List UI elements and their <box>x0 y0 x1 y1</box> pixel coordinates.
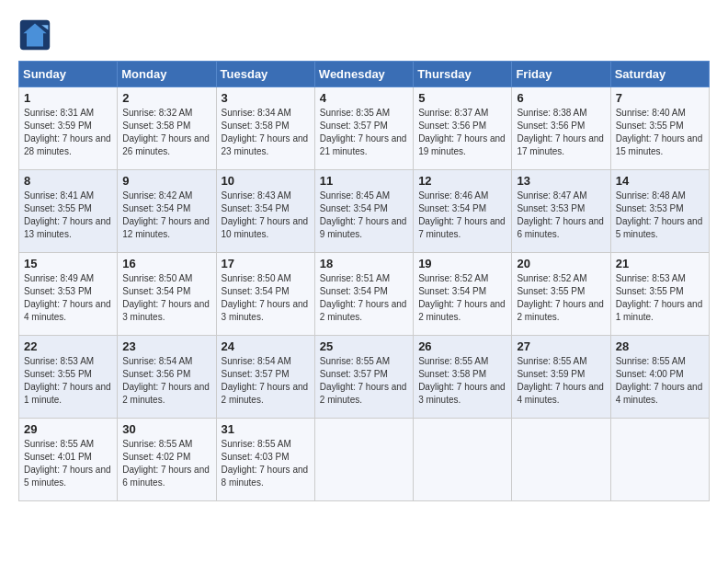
logo <box>18 18 57 52</box>
day-number: 18 <box>320 257 408 270</box>
day-info: Sunrise: 8:38 AMSunset: 3:56 PMDaylight:… <box>517 107 605 158</box>
day-number: 10 <box>222 174 310 188</box>
day-header-wednesday: Wednesday <box>314 62 413 87</box>
calendar-cell: 5Sunrise: 8:37 AMSunset: 3:56 PMDaylight… <box>414 87 512 170</box>
day-number: 9 <box>122 174 210 188</box>
calendar-cell: 1Sunrise: 8:31 AMSunset: 3:59 PMDaylight… <box>19 87 118 170</box>
day-number: 5 <box>418 91 506 105</box>
day-info: Sunrise: 8:47 AMSunset: 3:53 PMDaylight:… <box>517 190 605 241</box>
day-info: Sunrise: 8:52 AMSunset: 3:54 PMDaylight:… <box>418 272 506 324</box>
day-info: Sunrise: 8:32 AMSunset: 3:58 PMDaylight:… <box>122 107 210 158</box>
day-number: 1 <box>24 91 112 105</box>
day-number: 3 <box>222 91 310 105</box>
day-number: 12 <box>418 174 506 188</box>
calendar-cell: 10Sunrise: 8:43 AMSunset: 3:54 PMDayligh… <box>216 170 314 253</box>
calendar-cell: 17Sunrise: 8:50 AMSunset: 3:54 PMDayligh… <box>216 253 314 336</box>
calendar-cell: 22Sunrise: 8:53 AMSunset: 3:55 PMDayligh… <box>19 336 118 419</box>
day-number: 2 <box>122 91 210 105</box>
calendar-body: 1Sunrise: 8:31 AMSunset: 3:59 PMDaylight… <box>19 87 710 501</box>
day-info: Sunrise: 8:55 AMSunset: 3:57 PMDaylight:… <box>320 355 408 407</box>
calendar-cell: 9Sunrise: 8:42 AMSunset: 3:54 PMDaylight… <box>118 170 216 253</box>
day-number: 13 <box>517 174 605 188</box>
day-info: Sunrise: 8:54 AMSunset: 3:57 PMDaylight:… <box>222 355 310 407</box>
calendar-cell: 14Sunrise: 8:48 AMSunset: 3:53 PMDayligh… <box>610 170 709 253</box>
calendar-cell <box>414 419 512 501</box>
calendar-cell: 13Sunrise: 8:47 AMSunset: 3:53 PMDayligh… <box>512 170 610 253</box>
day-number: 20 <box>517 257 605 270</box>
calendar-cell: 23Sunrise: 8:54 AMSunset: 3:56 PMDayligh… <box>118 336 216 419</box>
day-info: Sunrise: 8:42 AMSunset: 3:54 PMDaylight:… <box>122 190 210 241</box>
calendar-cell: 19Sunrise: 8:52 AMSunset: 3:54 PMDayligh… <box>414 253 512 336</box>
day-info: Sunrise: 8:55 AMSunset: 4:00 PMDaylight:… <box>616 355 704 407</box>
calendar-cell: 20Sunrise: 8:52 AMSunset: 3:55 PMDayligh… <box>512 253 610 336</box>
day-number: 17 <box>222 257 310 270</box>
calendar-cell: 31Sunrise: 8:55 AMSunset: 4:03 PMDayligh… <box>216 419 314 501</box>
day-number: 28 <box>616 339 704 353</box>
day-header-thursday: Thursday <box>414 62 512 87</box>
day-info: Sunrise: 8:45 AMSunset: 3:54 PMDaylight:… <box>320 190 408 241</box>
day-info: Sunrise: 8:50 AMSunset: 3:54 PMDaylight:… <box>222 272 310 324</box>
day-header-monday: Monday <box>118 62 216 87</box>
calendar-cell: 24Sunrise: 8:54 AMSunset: 3:57 PMDayligh… <box>216 336 314 419</box>
calendar-cell: 2Sunrise: 8:32 AMSunset: 3:58 PMDaylight… <box>118 87 216 170</box>
calendar-cell: 11Sunrise: 8:45 AMSunset: 3:54 PMDayligh… <box>314 170 413 253</box>
day-number: 23 <box>122 339 210 353</box>
week-row-5: 29Sunrise: 8:55 AMSunset: 4:01 PMDayligh… <box>19 419 710 501</box>
day-number: 25 <box>320 339 408 353</box>
day-number: 21 <box>616 257 704 270</box>
week-row-3: 15Sunrise: 8:49 AMSunset: 3:53 PMDayligh… <box>19 253 710 336</box>
day-number: 27 <box>517 339 605 353</box>
day-number: 19 <box>418 257 506 270</box>
calendar-cell <box>512 419 610 501</box>
day-header-saturday: Saturday <box>610 62 709 87</box>
calendar-cell: 8Sunrise: 8:41 AMSunset: 3:55 PMDaylight… <box>19 170 118 253</box>
calendar-header-row: SundayMondayTuesdayWednesdayThursdayFrid… <box>19 62 710 87</box>
week-row-4: 22Sunrise: 8:53 AMSunset: 3:55 PMDayligh… <box>19 336 710 419</box>
day-number: 14 <box>616 174 704 188</box>
day-info: Sunrise: 8:52 AMSunset: 3:55 PMDaylight:… <box>517 272 605 324</box>
day-info: Sunrise: 8:35 AMSunset: 3:57 PMDaylight:… <box>320 107 408 158</box>
day-number: 24 <box>222 339 310 353</box>
day-info: Sunrise: 8:53 AMSunset: 3:55 PMDaylight:… <box>24 355 112 407</box>
calendar-cell: 3Sunrise: 8:34 AMSunset: 3:58 PMDaylight… <box>216 87 314 170</box>
calendar-cell: 25Sunrise: 8:55 AMSunset: 3:57 PMDayligh… <box>314 336 413 419</box>
day-number: 6 <box>517 91 605 105</box>
day-info: Sunrise: 8:31 AMSunset: 3:59 PMDaylight:… <box>24 107 112 158</box>
day-info: Sunrise: 8:48 AMSunset: 3:53 PMDaylight:… <box>616 190 704 241</box>
day-info: Sunrise: 8:54 AMSunset: 3:56 PMDaylight:… <box>122 355 210 407</box>
day-info: Sunrise: 8:37 AMSunset: 3:56 PMDaylight:… <box>418 107 506 158</box>
calendar-cell: 7Sunrise: 8:40 AMSunset: 3:55 PMDaylight… <box>610 87 709 170</box>
day-number: 16 <box>122 257 210 270</box>
day-info: Sunrise: 8:55 AMSunset: 4:03 PMDaylight:… <box>222 438 310 489</box>
page-header <box>18 18 710 52</box>
calendar-cell: 15Sunrise: 8:49 AMSunset: 3:53 PMDayligh… <box>19 253 118 336</box>
calendar-cell: 30Sunrise: 8:55 AMSunset: 4:02 PMDayligh… <box>118 419 216 501</box>
day-number: 31 <box>222 422 310 436</box>
day-info: Sunrise: 8:53 AMSunset: 3:55 PMDaylight:… <box>616 272 704 324</box>
day-info: Sunrise: 8:41 AMSunset: 3:55 PMDaylight:… <box>24 190 112 241</box>
calendar-cell: 12Sunrise: 8:46 AMSunset: 3:54 PMDayligh… <box>414 170 512 253</box>
calendar-cell: 28Sunrise: 8:55 AMSunset: 4:00 PMDayligh… <box>610 336 709 419</box>
calendar-cell: 26Sunrise: 8:55 AMSunset: 3:58 PMDayligh… <box>414 336 512 419</box>
day-number: 7 <box>616 91 704 105</box>
day-number: 30 <box>122 422 210 436</box>
calendar-cell: 4Sunrise: 8:35 AMSunset: 3:57 PMDaylight… <box>314 87 413 170</box>
day-info: Sunrise: 8:43 AMSunset: 3:54 PMDaylight:… <box>222 190 310 241</box>
day-number: 4 <box>320 91 408 105</box>
day-info: Sunrise: 8:50 AMSunset: 3:54 PMDaylight:… <box>122 272 210 324</box>
calendar-cell: 29Sunrise: 8:55 AMSunset: 4:01 PMDayligh… <box>19 419 118 501</box>
calendar-cell: 6Sunrise: 8:38 AMSunset: 3:56 PMDaylight… <box>512 87 610 170</box>
calendar-cell: 21Sunrise: 8:53 AMSunset: 3:55 PMDayligh… <box>610 253 709 336</box>
calendar-cell: 27Sunrise: 8:55 AMSunset: 3:59 PMDayligh… <box>512 336 610 419</box>
day-number: 26 <box>418 339 506 353</box>
week-row-2: 8Sunrise: 8:41 AMSunset: 3:55 PMDaylight… <box>19 170 710 253</box>
day-info: Sunrise: 8:34 AMSunset: 3:58 PMDaylight:… <box>222 107 310 158</box>
day-number: 29 <box>24 422 112 436</box>
calendar-cell <box>610 419 709 501</box>
calendar-cell: 18Sunrise: 8:51 AMSunset: 3:54 PMDayligh… <box>314 253 413 336</box>
week-row-1: 1Sunrise: 8:31 AMSunset: 3:59 PMDaylight… <box>19 87 710 170</box>
day-header-friday: Friday <box>512 62 610 87</box>
calendar-cell <box>314 419 413 501</box>
day-info: Sunrise: 8:49 AMSunset: 3:53 PMDaylight:… <box>24 272 112 324</box>
day-info: Sunrise: 8:51 AMSunset: 3:54 PMDaylight:… <box>320 272 408 324</box>
